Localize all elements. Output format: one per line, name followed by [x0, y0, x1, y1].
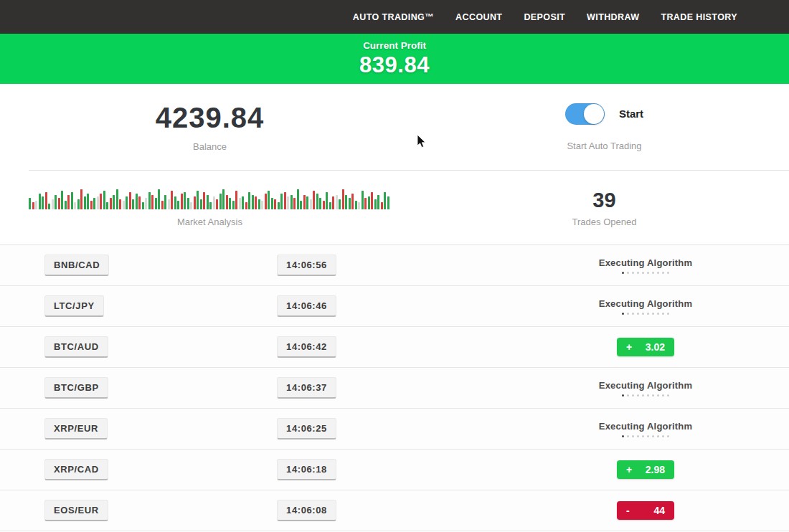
result-value: 44	[653, 505, 665, 516]
nav-item-withdraw[interactable]: WITHDRAW	[587, 12, 639, 22]
profit-banner-label: Current Profit	[0, 40, 789, 51]
market-bar	[97, 196, 99, 209]
trade-row: BTC/AUD 14:06:42 + 3.02	[0, 327, 789, 368]
market-bar	[362, 191, 364, 209]
time-button[interactable]: 14:06:56	[277, 255, 336, 276]
market-bar	[200, 199, 202, 209]
trade-row: LTC/JPY 14:06:46 Executing Algorithm	[0, 286, 789, 327]
market-analysis-block: Market Analysis	[0, 171, 420, 244]
market-bar	[32, 202, 34, 209]
market-bar	[368, 196, 370, 209]
market-bar	[319, 198, 321, 209]
market-bar	[381, 202, 383, 209]
market-bar	[371, 192, 373, 209]
market-bar	[358, 202, 360, 209]
market-bar	[138, 196, 141, 209]
pair-button[interactable]: BTC/GBP	[44, 377, 108, 399]
market-bar	[161, 201, 164, 209]
progress-dot	[622, 435, 624, 437]
stats-row-market: Market Analysis 39 Trades Opened	[0, 171, 789, 245]
market-bar	[297, 189, 299, 209]
progress-dot	[627, 272, 629, 274]
trade-row: BNB/CAD 14:06:56 Executing Algorithm	[0, 245, 789, 286]
progress-dot	[637, 272, 639, 274]
progress-dot	[652, 272, 654, 274]
market-bar	[171, 191, 173, 209]
nav-item-deposit[interactable]: DEPOSIT	[524, 12, 565, 22]
nav-item-account[interactable]: ACCOUNT	[455, 12, 502, 22]
nav-item-trade-history[interactable]: TRADE HISTORY	[661, 12, 737, 22]
market-bar	[39, 194, 41, 209]
market-bar	[77, 199, 80, 209]
market-bar	[374, 199, 377, 209]
time-button[interactable]: 14:06:46	[277, 295, 336, 317]
progress-dot	[652, 435, 654, 437]
auto-trading-toggle[interactable]	[565, 103, 605, 125]
progress-dot	[647, 313, 649, 315]
market-bar	[52, 199, 54, 209]
market-bar	[216, 199, 218, 209]
trade-row: XRP/EUR 14:06:25 Executing Algorithm	[0, 409, 789, 450]
progress-dot	[642, 272, 644, 274]
trades-opened-value: 39	[592, 189, 615, 212]
market-bar	[181, 194, 183, 209]
market-bar	[106, 202, 108, 209]
result-badge: - 44	[617, 501, 674, 520]
balance-value: 4239.84	[156, 102, 265, 134]
market-bar	[261, 201, 263, 209]
progress-dot	[632, 435, 634, 437]
market-bar	[351, 194, 354, 209]
market-bar	[306, 196, 308, 209]
market-bar	[248, 192, 250, 209]
progress-dot	[657, 394, 659, 396]
pair-button[interactable]: XRP/CAD	[44, 459, 108, 480]
progress-dot	[637, 394, 639, 396]
market-bar	[116, 189, 118, 209]
time-button[interactable]: 14:06:25	[277, 418, 336, 440]
nav-item-auto-trading[interactable]: AUTO TRADING™	[353, 12, 434, 22]
progress-dot	[647, 435, 649, 437]
market-bar	[177, 201, 179, 209]
pair-button[interactable]: EOS/EUR	[44, 500, 108, 521]
executing-algorithm-label: Executing Algorithm	[599, 298, 692, 309]
pair-button[interactable]: LTC/JPY	[44, 295, 104, 317]
trade-status: Executing Algorithm	[531, 421, 760, 437]
progress-dot	[622, 272, 624, 274]
auto-trading-label: Start Auto Trading	[567, 141, 641, 151]
trade-status: + 2.98	[531, 460, 760, 479]
time-button[interactable]: 14:06:42	[277, 336, 336, 358]
result-value: 3.02	[646, 341, 665, 353]
result-sign: +	[626, 464, 632, 475]
time-button[interactable]: 14:06:18	[277, 459, 336, 480]
market-bar	[384, 192, 386, 209]
pair-button[interactable]: BNB/CAD	[44, 255, 109, 276]
time-button[interactable]: 14:06:08	[277, 500, 336, 521]
market-bar	[119, 199, 121, 209]
time-button[interactable]: 14:06:37	[277, 377, 336, 399]
result-badge: + 3.02	[617, 338, 674, 356]
progress-dot	[657, 272, 659, 274]
market-bar	[258, 199, 260, 209]
progress-dot	[622, 394, 624, 396]
market-bar	[100, 194, 102, 209]
progress-dot	[657, 435, 659, 437]
market-bar	[219, 194, 222, 209]
market-bar	[239, 198, 241, 209]
progress-dot	[642, 435, 644, 437]
market-bar	[203, 192, 205, 209]
market-bar	[74, 202, 76, 209]
trade-status: Executing Algorithm	[531, 298, 760, 315]
progress-dot	[642, 313, 644, 315]
market-bar	[184, 192, 186, 209]
progress-dot	[652, 394, 654, 396]
progress-dot	[647, 394, 649, 396]
market-bar	[377, 195, 379, 209]
market-bar	[345, 195, 347, 209]
pair-button[interactable]: XRP/EUR	[44, 418, 108, 440]
market-bar	[84, 196, 86, 209]
market-bar	[129, 192, 131, 209]
market-bar	[245, 202, 247, 209]
pair-button[interactable]: BTC/AUD	[44, 336, 108, 358]
market-bar	[194, 196, 196, 209]
market-bar	[207, 195, 209, 209]
